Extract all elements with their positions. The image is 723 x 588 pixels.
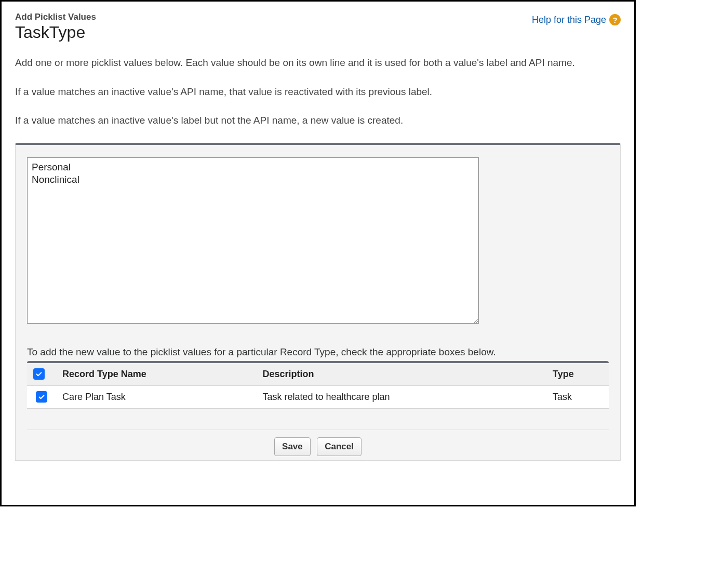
help-icon: ?: [609, 14, 621, 25]
cancel-button[interactable]: Cancel: [317, 437, 362, 456]
help-link-label: Help for this Page: [532, 15, 606, 25]
save-button[interactable]: Save: [274, 437, 311, 456]
button-bar: Save Cancel: [27, 430, 609, 456]
help-link[interactable]: Help for this Page ?: [532, 14, 621, 25]
table-header-row: Record Type Name Description Type: [27, 363, 609, 386]
select-all-header: [27, 363, 56, 386]
checkmark-icon: [38, 393, 45, 400]
select-all-checkbox[interactable]: [33, 368, 45, 380]
main-panel: To add the new value to the picklist val…: [15, 143, 621, 461]
row-type: Task: [546, 386, 609, 409]
page-frame: Add Picklist Values TaskType Help for th…: [0, 0, 636, 506]
page-header: Add Picklist Values TaskType Help for th…: [15, 12, 621, 42]
description-line-1: Add one or more picklist values below. E…: [15, 56, 621, 70]
description-line-2: If a value matches an inactive value's A…: [15, 85, 621, 99]
col-name-header: Record Type Name: [56, 363, 256, 386]
description-block: Add one or more picklist values below. E…: [15, 56, 621, 127]
checkmark-icon: [35, 370, 43, 378]
row-description: Task related to healthcare plan: [256, 386, 546, 409]
record-type-table-wrap: Record Type Name Description Type: [27, 361, 609, 409]
page-subtitle: Add Picklist Values: [15, 12, 96, 22]
description-line-3: If a value matches an inactive value's l…: [15, 114, 621, 127]
col-description-header: Description: [256, 363, 546, 386]
page-title: TaskType: [15, 23, 96, 42]
row-checkbox-cell: [27, 386, 56, 409]
record-type-table: Record Type Name Description Type: [27, 363, 609, 408]
row-name: Care Plan Task: [56, 386, 256, 409]
table-row: Care Plan Task Task related to healthcar…: [27, 386, 609, 409]
title-block: Add Picklist Values TaskType: [15, 12, 96, 42]
row-checkbox[interactable]: [36, 391, 47, 403]
col-type-header: Type: [546, 363, 609, 386]
picklist-values-textarea[interactable]: [27, 157, 479, 324]
record-type-instruction: To add the new value to the picklist val…: [27, 346, 609, 358]
